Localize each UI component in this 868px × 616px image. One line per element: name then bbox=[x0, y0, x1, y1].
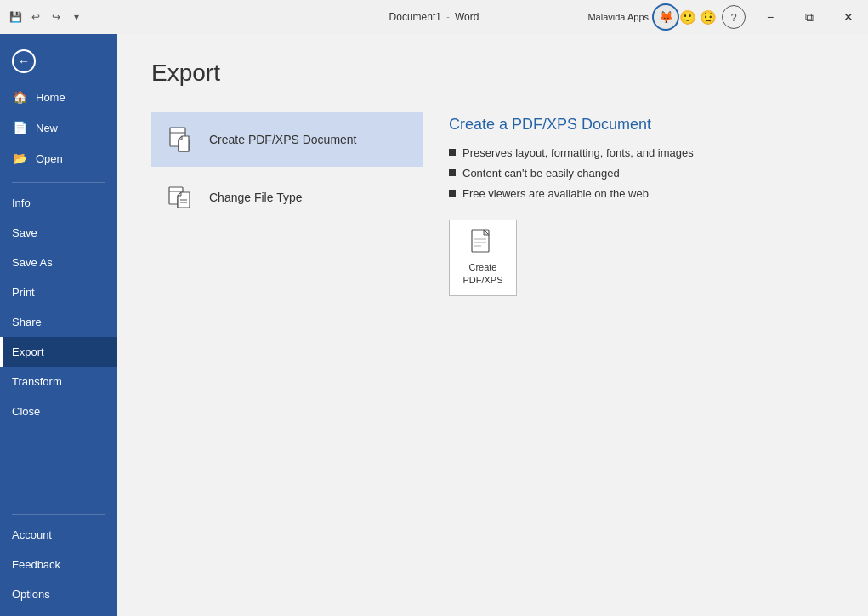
create-pdf-xps-button[interactable]: Create PDF/XPS bbox=[449, 220, 517, 296]
quick-access-redo-icon[interactable]: ↪ bbox=[48, 9, 65, 26]
main-content: Export C bbox=[117, 34, 868, 616]
sidebar-divider-2 bbox=[12, 514, 105, 515]
malavida-avatar[interactable]: 🦊 bbox=[652, 3, 679, 31]
sidebar-label-save: Save bbox=[12, 226, 37, 239]
home-icon: 🏠 bbox=[12, 90, 27, 104]
bullet-square-3 bbox=[449, 190, 456, 197]
sidebar-item-save[interactable]: Save bbox=[0, 218, 117, 248]
sidebar-divider-1 bbox=[12, 182, 105, 183]
create-pdf-xps-option[interactable]: Create PDF/XPS Document bbox=[151, 112, 423, 167]
sidebar-label-transform: Transform bbox=[12, 375, 62, 388]
sidebar-label-feedback: Feedback bbox=[12, 558, 60, 571]
sidebar-label-home: Home bbox=[36, 91, 65, 104]
back-icon: ← bbox=[12, 49, 36, 73]
app-name-title: Word bbox=[455, 11, 479, 23]
change-file-type-icon bbox=[165, 182, 196, 213]
sidebar-item-transform[interactable]: Transform bbox=[0, 367, 117, 396]
quick-access-save-icon[interactable]: 💾 bbox=[7, 9, 24, 26]
sidebar-item-share[interactable]: Share bbox=[0, 307, 117, 337]
export-panel-title: Create a PDF/XPS Document bbox=[449, 116, 834, 134]
create-pdf-xps-label: Create PDF/XPS Document bbox=[209, 133, 357, 146]
sidebar-item-open[interactable]: 📂 Open bbox=[0, 143, 117, 174]
back-button[interactable]: ← bbox=[0, 41, 117, 82]
sidebar-label-open: Open bbox=[36, 152, 63, 165]
bullet-square-1 bbox=[449, 149, 456, 156]
minimize-button[interactable]: − bbox=[751, 0, 790, 34]
sidebar-label-new: New bbox=[36, 122, 58, 134]
malavida-label: Malavida Apps bbox=[587, 12, 649, 22]
sidebar-top: ← 🏠 Home 📄 New 📂 Open bbox=[0, 34, 117, 177]
sidebar-item-feedback[interactable]: Feedback bbox=[0, 550, 117, 579]
quick-access-more-icon[interactable]: ▾ bbox=[68, 9, 85, 26]
titlebar-left: 💾 ↩ ↪ ▾ bbox=[0, 9, 85, 26]
quick-access-undo-icon[interactable]: ↩ bbox=[27, 9, 44, 26]
bullet-text-3: Free viewers are available on the web bbox=[462, 186, 649, 202]
bullet-text-1: Preserves layout, formatting, fonts, and… bbox=[462, 145, 694, 161]
sidebar-item-options[interactable]: Options bbox=[0, 579, 117, 609]
title-separator: - bbox=[446, 11, 450, 23]
close-button[interactable]: ✕ bbox=[829, 0, 868, 34]
export-right: Create a PDF/XPS Document Preserves layo… bbox=[449, 112, 834, 296]
sidebar-item-home[interactable]: 🏠 Home bbox=[0, 82, 117, 112]
bullet-square-2 bbox=[449, 169, 456, 176]
bullet-item-2: Content can't be easily changed bbox=[449, 166, 834, 181]
sidebar-label-share: Share bbox=[12, 316, 42, 328]
export-left: Create PDF/XPS Document bbox=[151, 112, 423, 225]
restore-button[interactable]: ⧉ bbox=[790, 0, 829, 34]
sidebar-label-close: Close bbox=[12, 405, 40, 418]
titlebar-center: Document1 - Word bbox=[389, 11, 479, 23]
titlebar-right: Malavida Apps 🦊 🙂 😟 ? − ⧉ ✕ bbox=[587, 0, 868, 34]
sidebar: ← 🏠 Home 📄 New 📂 Open Info Save Save bbox=[0, 34, 117, 616]
titlebar: 💾 ↩ ↪ ▾ Document1 - Word Malavida Apps 🦊… bbox=[0, 0, 868, 34]
sidebar-item-new[interactable]: 📄 New bbox=[0, 112, 117, 143]
sidebar-label-account: Account bbox=[12, 528, 52, 541]
sidebar-bottom: Account Feedback Options bbox=[0, 509, 117, 616]
open-icon: 📂 bbox=[12, 151, 27, 165]
sidebar-item-account[interactable]: Account bbox=[0, 520, 117, 550]
sidebar-item-save-as[interactable]: Save As bbox=[0, 248, 117, 277]
bullet-text-2: Content can't be easily changed bbox=[462, 166, 620, 181]
change-file-type-label: Change File Type bbox=[209, 191, 302, 204]
document-name: Document1 bbox=[389, 11, 441, 23]
sidebar-label-info: Info bbox=[12, 197, 31, 209]
page-title: Export bbox=[151, 60, 834, 87]
sidebar-item-close[interactable]: Close bbox=[0, 396, 117, 426]
sidebar-label-save-as: Save As bbox=[12, 256, 53, 269]
sidebar-label-print: Print bbox=[12, 286, 35, 299]
malavida-badge: Malavida Apps 🦊 bbox=[587, 3, 679, 31]
sidebar-item-print[interactable]: Print bbox=[0, 277, 117, 307]
app-body: ← 🏠 Home 📄 New 📂 Open Info Save Save bbox=[0, 34, 868, 616]
happy-face-icon[interactable]: 🙂 bbox=[679, 9, 696, 26]
window-controls: − ⧉ ✕ bbox=[751, 0, 868, 34]
sidebar-item-export[interactable]: Export bbox=[0, 337, 117, 367]
sidebar-item-info[interactable]: Info bbox=[0, 188, 117, 218]
sidebar-label-options: Options bbox=[12, 588, 50, 601]
bullet-item-3: Free viewers are available on the web bbox=[449, 186, 834, 202]
change-file-type-option[interactable]: Change File Type bbox=[151, 170, 423, 225]
sidebar-label-export: Export bbox=[12, 345, 44, 358]
bullet-item-1: Preserves layout, formatting, fonts, and… bbox=[449, 145, 834, 161]
export-bullet-list: Preserves layout, formatting, fonts, and… bbox=[449, 145, 834, 202]
help-button[interactable]: ? bbox=[722, 5, 746, 29]
create-pdf-xps-icon bbox=[165, 124, 196, 155]
sad-face-icon[interactable]: 😟 bbox=[700, 9, 717, 26]
export-options: Create PDF/XPS Document bbox=[151, 112, 834, 296]
new-icon: 📄 bbox=[12, 121, 27, 134]
create-pdf-button-label: Create PDF/XPS bbox=[462, 261, 502, 286]
